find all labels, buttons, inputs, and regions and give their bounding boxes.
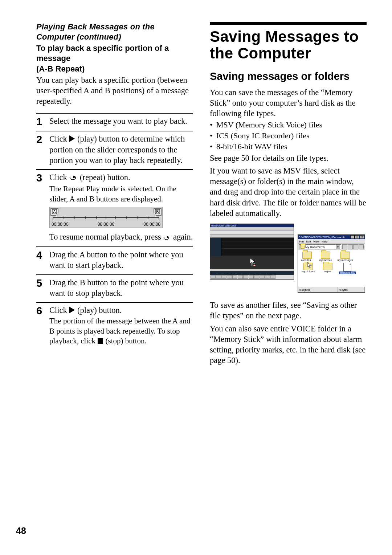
subhead-line2: (A-B Repeat) (36, 64, 193, 74)
drag-cursor-icon (250, 258, 257, 266)
folder-icon (302, 252, 312, 259)
text: Click (49, 134, 69, 143)
window-titlebar: C:\WINDOWS\DESKTOP\My Documents _□✕ (298, 235, 365, 239)
transport-button (243, 275, 248, 279)
bullet-icon: • (210, 119, 216, 130)
step-note: The Repeat Play mode is selected. On the… (49, 184, 193, 204)
text: 8-bit/16-bit WAV files (216, 141, 287, 152)
paragraph: You can save the messages of the “Memory… (210, 87, 367, 119)
step-4: 4 Drag the A button to the point where y… (36, 246, 193, 271)
list-item: •MSV (Memory Stick Voice) files (210, 119, 367, 130)
continued-title: Playing Back Messages on the Computer (c… (36, 22, 193, 42)
label: confiden... (301, 259, 313, 261)
minimize-icon: _ (350, 235, 355, 239)
transport-button (265, 275, 270, 279)
sub-title: Saving messages or folders (210, 70, 367, 82)
b-handle: B (154, 208, 161, 216)
paragraph: To save as another files, see “Saving as… (210, 300, 367, 321)
step-body: Select the message you want to play back… (49, 116, 193, 127)
intro-paragraph: You can play back a specific portion (be… (36, 75, 193, 107)
file-item: urgent (320, 263, 336, 274)
window-titlebar: Memory Stick Voice Editor (210, 224, 294, 227)
page-number: 48 (16, 526, 26, 536)
transport-button (249, 275, 254, 279)
menu-item: Help (322, 240, 327, 243)
svg-text:00:00:00: 00:00:00 (98, 222, 115, 227)
text: (stop) button. (103, 336, 146, 345)
folder-icon (321, 252, 330, 259)
file-item: my memos (318, 252, 334, 261)
folder-icon (323, 263, 332, 270)
step-body: Click (repeat) button. The Repeat Play m… (49, 172, 193, 243)
step-body: Drag the A button to the point where you… (49, 249, 193, 271)
transport-button (211, 275, 216, 279)
folder-sidebar (210, 238, 221, 256)
list-header (210, 234, 294, 238)
step-note: The portion of the message between the A… (49, 316, 193, 346)
label: my memos (319, 259, 332, 261)
a-handle: A (51, 208, 58, 216)
play-icon (69, 307, 75, 313)
svg-marker-30 (307, 262, 311, 268)
bullet-icon: • (210, 130, 216, 141)
status-cell: 0 bytes (338, 287, 365, 292)
address-bar: My Documents ▾ (298, 244, 365, 250)
list-item: •8-bit/16-bit WAV files (210, 141, 367, 152)
step-number: 2 (36, 134, 49, 166)
file-type-list: •MSV (Memory Stick Voice) files •ICS (So… (210, 119, 367, 152)
label: urgent (324, 270, 331, 273)
step-2: 2 Click (play) button to determine which… (36, 131, 193, 166)
text: Click (49, 306, 69, 315)
step-body: Drag the B button to the point where you… (49, 277, 193, 299)
step-3: 3 Click (repeat) button. The Repeat Play… (36, 169, 193, 243)
left-column: Playing Back Messages on the Computer (c… (36, 22, 193, 366)
drag-cursor-icon (307, 262, 313, 269)
figure-row: Memory Stick Voice Editor (210, 224, 367, 293)
repeat-icon (163, 232, 171, 243)
file-item: confiden... (300, 252, 314, 261)
table-row (221, 238, 294, 241)
play-icon (69, 135, 75, 142)
svg-text:A: A (53, 209, 56, 214)
text: MSV (Memory Stick Voice) files (216, 119, 322, 130)
text: To resume normal playback, press (49, 232, 163, 241)
menu-item: File (299, 240, 304, 243)
list-area (210, 238, 294, 256)
toolbar-buttons (342, 244, 364, 249)
file-pane: confiden... my memos my messages my (298, 250, 365, 287)
ab-slider-figure: A B 00:00:00 00:00:00 00:00:00 (49, 207, 193, 228)
step-number: 1 (36, 116, 49, 127)
chevron-down-icon: ▾ (336, 245, 340, 249)
step-body: Click (play) button to determine which p… (49, 134, 193, 166)
folder-icon (300, 245, 305, 249)
step-number: 6 (36, 305, 49, 346)
file-item: my messages (337, 252, 353, 261)
transport-button (254, 275, 259, 279)
text: (repeat) button. (78, 173, 130, 182)
heading-rule (210, 22, 367, 25)
menu-item: Edit (306, 240, 311, 243)
maximize-icon: □ (355, 235, 359, 239)
explorer-window: C:\WINDOWS\DESKTOP\My Documents _□✕ File… (298, 234, 365, 293)
toolbar-button (359, 244, 364, 249)
file-item: message.msv (339, 263, 355, 274)
toolbar-button (353, 244, 358, 249)
label: message.msv (339, 272, 355, 274)
menubar (210, 227, 294, 230)
table-row (221, 245, 294, 249)
transport-button (238, 275, 243, 279)
right-column: Saving Messages to the Computer Saving m… (210, 22, 367, 366)
table-row (221, 252, 294, 256)
resume-text: To resume normal playback, press again. (49, 232, 193, 243)
step-number: 3 (36, 172, 49, 243)
message-rows (221, 238, 294, 256)
status-bar: 6 object(s) 0 bytes (298, 287, 365, 292)
label: my messages (337, 259, 353, 261)
title-text: C:\WINDOWS\DESKTOP\My Documents (299, 236, 345, 238)
text: (play) button. (75, 306, 122, 315)
table-row (221, 249, 294, 252)
player-panel: 00:00:24 00:01 (210, 256, 294, 279)
paragraph: You can also save entire VOICE folder in… (210, 323, 367, 366)
voice-editor-window: Memory Stick Voice Editor (210, 224, 294, 279)
path-combo: My Documents ▾ (299, 244, 341, 249)
